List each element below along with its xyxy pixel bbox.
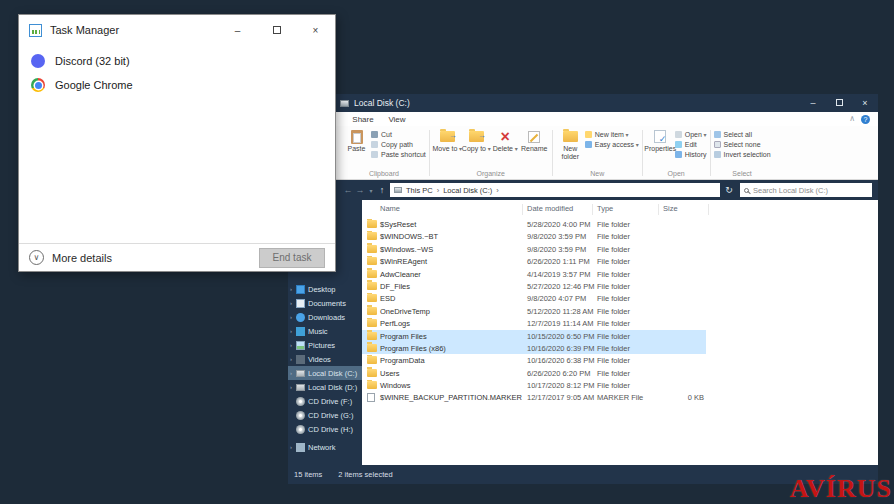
- tab-view[interactable]: View: [380, 115, 414, 124]
- help-icon[interactable]: ?: [861, 115, 870, 124]
- sidebar-item-network[interactable]: ›Network: [288, 440, 362, 454]
- process-row-discord[interactable]: Discord (32 bit): [19, 49, 335, 73]
- file-row[interactable]: $Windows.~WS9/8/2020 3:59 PMFile folder: [362, 243, 706, 255]
- minimize-button[interactable]: –: [800, 94, 826, 112]
- file-row[interactable]: $WINRE_BACKUP_PARTITION.MARKER12/17/2017…: [362, 391, 706, 403]
- paste-button[interactable]: Paste: [342, 128, 371, 169]
- sidebar-item-videos[interactable]: ›Videos: [288, 352, 362, 366]
- close-button[interactable]: ×: [852, 94, 878, 112]
- paste-shortcut-icon: [371, 151, 378, 158]
- edit-button[interactable]: Edit: [675, 141, 707, 148]
- file-row[interactable]: OneDriveTemp5/12/2020 11:28 AMFile folde…: [362, 305, 706, 317]
- open-button[interactable]: Open: [675, 131, 707, 138]
- file-name: ProgramData: [380, 356, 425, 365]
- sidebar-item-desktop[interactable]: ›Desktop: [288, 282, 362, 296]
- back-button[interactable]: ←: [342, 185, 354, 195]
- breadcrumb[interactable]: This PC › Local Disk (C:) ›: [390, 183, 720, 197]
- file-row[interactable]: $WinREAgent6/26/2020 1:11 PMFile folder: [362, 255, 706, 267]
- file-row[interactable]: Program Files10/15/2020 6:50 PMFile fold…: [362, 330, 706, 342]
- column-divider[interactable]: [658, 204, 659, 215]
- ribbon-group-select: Select all Select none Invert selection …: [714, 128, 771, 179]
- sidebar-item-music[interactable]: ›Music: [288, 324, 362, 338]
- delete-button[interactable]: Delete: [491, 128, 520, 169]
- paste-shortcut-button[interactable]: Paste shortcut: [371, 151, 426, 158]
- history-button[interactable]: History: [675, 151, 707, 158]
- breadcrumb-this-pc[interactable]: This PC: [406, 186, 433, 195]
- maximize-button[interactable]: [257, 15, 296, 45]
- column-divider[interactable]: [708, 204, 709, 215]
- select-group-label: Select: [714, 169, 771, 179]
- properties-button[interactable]: Properties: [646, 128, 675, 169]
- cd-icon: [296, 425, 305, 434]
- sidebar-item-cd-drive-g[interactable]: CD Drive (G:): [288, 408, 362, 422]
- file-row[interactable]: ProgramData10/16/2020 6:38 PMFile folder: [362, 354, 706, 366]
- file-row[interactable]: $SysReset5/28/2020 4:00 PMFile folder: [362, 218, 706, 230]
- file-row[interactable]: PerfLogs12/7/2019 11:14 AMFile folder: [362, 317, 706, 329]
- file-row[interactable]: DF_Files5/27/2020 12:46 PMFile folder: [362, 280, 706, 292]
- sidebar-item-cd-drive-h[interactable]: CD Drive (H:): [288, 422, 362, 436]
- column-header-size[interactable]: Size: [663, 204, 678, 213]
- new-item-button[interactable]: New item: [585, 131, 639, 138]
- rename-button[interactable]: Rename: [520, 128, 549, 169]
- invert-selection-button[interactable]: Invert selection: [714, 151, 771, 158]
- pictures-icon: [296, 341, 305, 350]
- file-row[interactable]: ESD9/8/2020 4:07 PMFile folder: [362, 292, 706, 304]
- location-icon: [394, 187, 402, 193]
- refresh-icon[interactable]: ↻: [720, 185, 738, 195]
- file-row[interactable]: Windows10/17/2020 8:12 PMFile folder: [362, 379, 706, 391]
- sidebar-item-label: Desktop: [308, 285, 336, 294]
- new-folder-button[interactable]: New folder: [556, 128, 585, 169]
- cut-button[interactable]: Cut: [371, 131, 426, 138]
- tab-share[interactable]: Share: [346, 115, 380, 124]
- file-name: AdwCleaner: [380, 270, 421, 279]
- process-row-chrome[interactable]: Google Chrome: [19, 73, 335, 97]
- copy-to-button[interactable]: Copy to: [462, 128, 491, 169]
- move-to-icon: [440, 131, 455, 142]
- move-to-button[interactable]: Move to: [433, 128, 462, 169]
- collapse-ribbon-icon[interactable]: ∧: [849, 112, 855, 126]
- end-task-button[interactable]: End task: [259, 248, 325, 268]
- search-input[interactable]: Search Local Disk (C:): [740, 183, 872, 197]
- more-details-button[interactable]: More details: [52, 252, 112, 264]
- file-type: File folder: [597, 232, 630, 241]
- process-name: Google Chrome: [55, 79, 133, 91]
- sidebar-item-local-disk-d[interactable]: ›Local Disk (D:): [288, 380, 362, 394]
- delete-label: Delete: [493, 145, 518, 154]
- sidebar-item-downloads[interactable]: ›Downloads: [288, 310, 362, 324]
- sidebar-item-local-disk-c[interactable]: ›Local Disk (C:): [288, 366, 362, 380]
- desktop: Local Disk (C:) – × Share View ∧ ? Pas: [0, 0, 894, 504]
- file-row[interactable]: AdwCleaner4/14/2019 3:57 PMFile folder: [362, 268, 706, 280]
- easy-access-button[interactable]: Easy access: [585, 141, 639, 148]
- column-divider[interactable]: [522, 204, 523, 215]
- history-icon: [675, 151, 682, 158]
- column-divider[interactable]: [592, 204, 593, 215]
- minimize-button[interactable]: –: [218, 15, 257, 45]
- task-manager-titlebar[interactable]: Task Manager – ×: [19, 15, 335, 45]
- sidebar-item-documents[interactable]: ›Documents: [288, 296, 362, 310]
- file-date: 12/17/2017 9:05 AM: [527, 393, 594, 402]
- easy-access-label: Easy access: [595, 141, 639, 148]
- file-row[interactable]: Users6/26/2020 6:20 PMFile folder: [362, 367, 706, 379]
- sidebar-item-pictures[interactable]: ›Pictures: [288, 338, 362, 352]
- file-row[interactable]: Program Files (x86)10/16/2020 6:39 PMFil…: [362, 342, 706, 354]
- column-header-date-modified[interactable]: Date modified: [527, 204, 573, 213]
- file-name: OneDriveTemp: [380, 307, 430, 316]
- breadcrumb-local-disk-c[interactable]: Local Disk (C:): [443, 186, 492, 195]
- maximize-button[interactable]: [826, 94, 852, 112]
- up-button[interactable]: ↑: [376, 185, 388, 195]
- file-type: File folder: [597, 356, 630, 365]
- explorer-titlebar[interactable]: Local Disk (C:) – ×: [288, 94, 878, 112]
- recent-locations-icon[interactable]: ▾: [366, 187, 376, 194]
- select-none-button[interactable]: Select none: [714, 141, 771, 148]
- column-header-type[interactable]: Type: [597, 204, 613, 213]
- forward-button[interactable]: →: [354, 185, 366, 195]
- close-button[interactable]: ×: [296, 15, 335, 45]
- file-date: 12/7/2019 11:14 AM: [527, 319, 594, 328]
- ribbon: Paste Cut Copy path Paste shortcut Clipb…: [288, 126, 878, 180]
- file-date: 5/27/2020 12:46 PM: [527, 282, 595, 291]
- column-header-name[interactable]: Name: [380, 204, 400, 213]
- file-row[interactable]: $WINDOWS.~BT9/8/2020 3:59 PMFile folder: [362, 230, 706, 242]
- select-all-button[interactable]: Select all: [714, 131, 771, 138]
- copy-path-button[interactable]: Copy path: [371, 141, 426, 148]
- sidebar-item-cd-drive-f[interactable]: CD Drive (F:): [288, 394, 362, 408]
